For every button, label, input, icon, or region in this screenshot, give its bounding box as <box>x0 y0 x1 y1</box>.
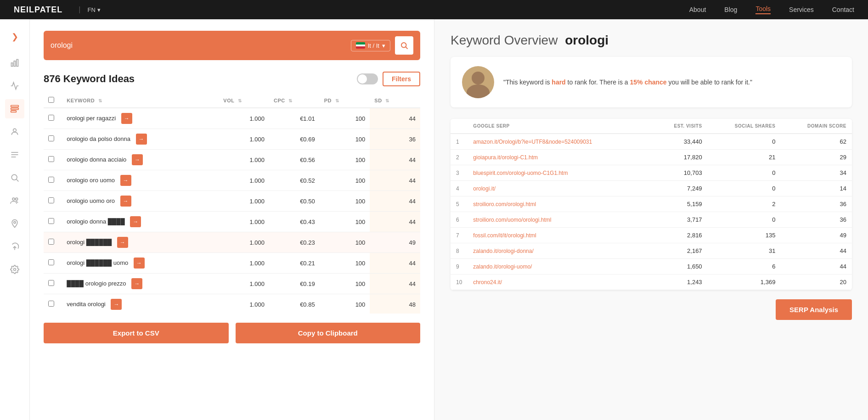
sidebar-icon-chart[interactable] <box>5 53 24 73</box>
row-checkbox[interactable] <box>48 239 54 245</box>
row-checkbox[interactable] <box>48 301 54 307</box>
serp-url-link[interactable]: fossil.com/it/it/orologi.html <box>473 232 536 239</box>
row-checkbox[interactable] <box>48 135 54 141</box>
nav-services[interactable]: Services <box>789 6 814 13</box>
serp-url-link[interactable]: orologi.it/ <box>473 185 496 192</box>
serp-domain-cell: 62 <box>781 134 852 150</box>
serp-domain-cell: 36 <box>781 212 852 228</box>
serp-url-link[interactable]: amazon.it/Orologi/b?ie=UTF8&node=5240090… <box>473 139 592 145</box>
svg-point-6 <box>13 129 17 132</box>
keyword-link-button[interactable]: → <box>132 154 143 165</box>
keyword-link-button[interactable]: → <box>130 216 141 227</box>
serp-url-link[interactable]: stroilioro.com/uomo/orologi.html <box>473 217 551 223</box>
vol-cell: 1.000 <box>219 170 269 191</box>
keyword-cell: orologio uomo oro → <box>62 191 219 212</box>
sidebar-icon-settings[interactable] <box>5 260 24 279</box>
keyword-link-button[interactable]: → <box>117 237 128 248</box>
serp-url-link[interactable]: gioiapura.it/orologi-C1.htm <box>473 154 538 161</box>
sidebar-icon-analytics[interactable] <box>5 76 24 95</box>
serp-col-domain: DOMAIN SCORE <box>781 119 852 134</box>
col-header-cpc[interactable]: CPC ⇅ <box>269 93 320 108</box>
serp-table-row: 1 amazon.it/Orologi/b?ie=UTF8&node=52400… <box>451 134 852 150</box>
vol-cell: 1.000 <box>219 150 269 170</box>
serp-table-row: 5 stroilioro.com/orologi.html 5,159 2 36 <box>451 196 852 212</box>
nav-about[interactable]: About <box>689 6 706 13</box>
sidebar-icon-location[interactable] <box>5 214 24 233</box>
select-all-checkbox[interactable] <box>48 97 54 103</box>
serp-rank: 8 <box>451 243 468 259</box>
search-container: It / It ▾ <box>44 31 420 60</box>
cpc-cell: €0.56 <box>269 150 320 170</box>
serp-url-cell: gioiapura.it/orologi-C1.htm <box>468 150 652 165</box>
nav-blog[interactable]: Blog <box>724 6 737 13</box>
main-panel: It / It ▾ 876 Keyword Ideas Filters <box>30 19 434 420</box>
keyword-link-button[interactable]: → <box>120 175 131 186</box>
keyword-link-button[interactable]: → <box>121 113 132 124</box>
row-checkbox[interactable] <box>48 218 54 224</box>
serp-visits-cell: 1,650 <box>652 259 708 274</box>
sd-cell: 44 <box>370 212 420 232</box>
row-checkbox[interactable] <box>48 115 54 121</box>
serp-url-link[interactable]: chrono24.it/ <box>473 279 502 286</box>
language-button[interactable]: It / It ▾ <box>351 40 390 51</box>
serp-domain-cell: 44 <box>781 243 852 259</box>
sidebar-icon-keywords[interactable] <box>5 99 24 118</box>
row-checkbox[interactable] <box>48 280 54 286</box>
section-header: 876 Keyword Ideas Filters <box>44 72 420 86</box>
toggle-switch[interactable] <box>357 73 378 84</box>
serp-social-cell: 0 <box>708 212 781 228</box>
serp-url-link[interactable]: zalando.it/orologi-donna/ <box>473 248 533 254</box>
language-selector[interactable]: FN ▾ <box>88 6 101 13</box>
pd-cell: 100 <box>320 232 370 253</box>
filters-button[interactable]: Filters <box>383 72 420 86</box>
sidebar-icon-upload[interactable] <box>5 237 24 256</box>
nav-contact[interactable]: Contact <box>832 6 854 13</box>
cpc-cell: €0.43 <box>269 212 320 232</box>
col-header-pd[interactable]: PD ⇅ <box>320 93 370 108</box>
serp-domain-cell: 34 <box>781 165 852 181</box>
row-checkbox[interactable] <box>48 177 54 183</box>
row-checkbox[interactable] <box>48 156 54 162</box>
toggle-knob <box>358 74 367 84</box>
serp-url-link[interactable]: zalando.it/orologi-uomo/ <box>473 263 532 270</box>
serp-url-cell: stroilioro.com/orologi.html <box>468 196 652 212</box>
serp-rank: 9 <box>451 259 468 274</box>
export-csv-button[interactable]: Export to CSV <box>44 323 229 343</box>
copy-clipboard-button[interactable]: Copy to Clipboard <box>236 323 421 343</box>
serp-url-link[interactable]: stroilioro.com/orologi.html <box>473 201 536 207</box>
svg-rect-5 <box>11 111 17 112</box>
serp-url-link[interactable]: bluespirit.com/orologi-uomo-C1G1.htm <box>473 170 568 176</box>
vol-cell: 1.000 <box>219 129 269 150</box>
main-layout: ❯ <box>0 19 868 420</box>
serp-rank: 5 <box>451 196 468 212</box>
col-header-keyword[interactable]: KEYWORD ⇅ <box>62 93 219 108</box>
nav-tools[interactable]: Tools <box>755 5 771 14</box>
keyword-link-button[interactable]: → <box>134 258 145 269</box>
sidebar-toggle[interactable]: ❯ <box>6 28 23 45</box>
keyword-link-button[interactable]: → <box>131 278 142 289</box>
serp-table: GOOGLE SERP EST. VISITS SOCIAL SHARES DO… <box>451 119 852 290</box>
row-checkbox[interactable] <box>48 259 54 265</box>
col-header-vol[interactable]: VOL ⇅ <box>219 93 269 108</box>
serp-social-cell: 135 <box>708 228 781 243</box>
keywords-table-container[interactable]: KEYWORD ⇅ VOL ⇅ CPC ⇅ PD <box>44 93 420 314</box>
search-button[interactable] <box>395 36 413 55</box>
keyword-link-button[interactable]: → <box>136 134 147 145</box>
serp-table-row: 2 gioiapura.it/orologi-C1.htm 17,820 21 … <box>451 150 852 165</box>
col-header-sd[interactable]: SD ⇅ <box>370 93 420 108</box>
search-input[interactable] <box>51 41 346 50</box>
sidebar-icon-person[interactable] <box>5 122 24 141</box>
serp-analysis-button[interactable]: SERP Analysis <box>776 299 852 320</box>
sidebar-icon-list[interactable] <box>5 145 24 164</box>
sidebar-icon-users[interactable] <box>5 191 24 210</box>
table-row: orologio da polso donna → 1.000 €0.69 10… <box>44 129 420 150</box>
keyword-link-button[interactable]: → <box>111 299 122 310</box>
sidebar-icon-search[interactable] <box>5 168 24 187</box>
serp-table-row: 3 bluespirit.com/orologi-uomo-C1G1.htm 1… <box>451 165 852 181</box>
row-checkbox[interactable] <box>48 197 54 203</box>
keyword-link-button[interactable]: → <box>120 196 131 207</box>
sort-arrow-keyword: ⇅ <box>98 98 102 103</box>
svg-rect-1 <box>14 61 15 67</box>
table-row: orologio donna ████ → 1.000 €0.43 100 44 <box>44 212 420 232</box>
svg-rect-3 <box>11 106 19 107</box>
